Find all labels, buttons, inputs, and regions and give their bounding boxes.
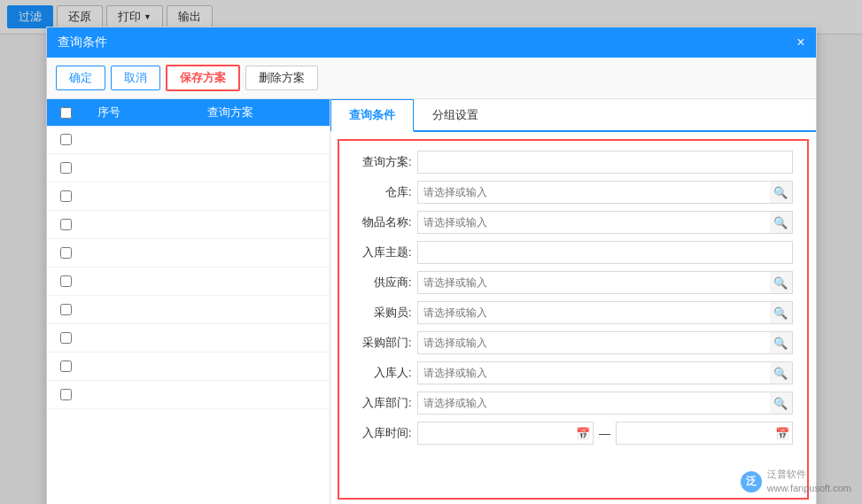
select-all-checkbox[interactable] xyxy=(60,107,72,119)
tabs: 查询条件 分组设置 xyxy=(330,99,816,132)
search-icon-warehouse[interactable]: 🔍 xyxy=(770,181,793,204)
list-item xyxy=(47,381,330,409)
input-wrapper-item-name: 🔍 xyxy=(417,211,793,234)
tab-query[interactable]: 查询条件 xyxy=(330,99,414,132)
row-checkbox[interactable] xyxy=(60,134,72,145)
form-row-inbound-dept: 入库部门: 🔍 xyxy=(353,391,793,415)
label-supplier: 供应商: xyxy=(353,275,417,291)
label-inbound-person: 入库人: xyxy=(353,365,417,381)
input-warehouse[interactable] xyxy=(417,181,793,204)
search-icon-buyer[interactable]: 🔍 xyxy=(770,301,793,324)
row-checkbox[interactable] xyxy=(60,304,72,315)
label-inbound-dept: 入库部门: xyxy=(353,395,417,411)
label-warehouse: 仓库: xyxy=(353,184,417,200)
list-item xyxy=(47,154,330,182)
search-icon-item-name[interactable]: 🔍 xyxy=(770,211,793,234)
list-item xyxy=(47,239,330,268)
list-item xyxy=(47,182,330,211)
search-icon-inbound-dept[interactable]: 🔍 xyxy=(770,392,793,415)
search-icon-dept[interactable]: 🔍 xyxy=(770,331,793,354)
modal-toolbar: 确定 取消 保存方案 删除方案 xyxy=(47,58,816,99)
label-subject: 入库主题: xyxy=(353,244,417,260)
confirm-button[interactable]: 确定 xyxy=(56,66,105,90)
input-wrapper-supplier: 🔍 xyxy=(417,271,793,294)
right-panel: 查询条件 分组设置 查询方案: 仓库: 🔍 xyxy=(330,99,816,504)
input-item-name[interactable] xyxy=(417,211,793,234)
input-wrapper-inbound-person: 🔍 xyxy=(417,361,793,384)
header-checkbox-cell xyxy=(50,107,82,119)
row-checkbox[interactable] xyxy=(60,247,72,259)
list-item xyxy=(47,324,330,353)
input-wrapper-warehouse: 🔍 xyxy=(417,181,793,204)
row-checkbox[interactable] xyxy=(60,190,72,202)
list-item xyxy=(47,353,330,381)
input-dept[interactable] xyxy=(417,331,793,354)
label-item-name: 物品名称: xyxy=(353,214,417,230)
list-item xyxy=(47,211,330,239)
form-row-inbound-person: 入库人: 🔍 xyxy=(353,361,793,385)
input-wrapper-buyer: 🔍 xyxy=(417,301,793,324)
form-row-dept: 采购部门: 🔍 xyxy=(353,330,793,355)
watermark-line2: www.fanpusoft.com xyxy=(767,482,851,495)
delete-scheme-button[interactable]: 删除方案 xyxy=(245,66,318,90)
label-scheme: 查询方案: xyxy=(353,154,417,170)
form-row-warehouse: 仓库: 🔍 xyxy=(353,180,793,205)
list-item xyxy=(47,268,330,296)
row-checkbox[interactable] xyxy=(60,219,72,230)
query-modal: 查询条件 × 确定 取消 保存方案 删除方案 序号 查询方案 xyxy=(46,27,817,504)
date-start-input[interactable] xyxy=(417,422,594,445)
form-row-inbound-time: 入库时间: 📅 — 📅 xyxy=(353,421,793,446)
label-dept: 采购部门: xyxy=(353,335,417,351)
list-item xyxy=(47,296,330,324)
left-panel-rows xyxy=(47,126,330,504)
col-scheme-header: 查询方案 xyxy=(136,105,326,120)
search-icon-supplier[interactable]: 🔍 xyxy=(770,271,793,294)
row-checkbox[interactable] xyxy=(60,332,72,344)
date-end-wrapper: 📅 xyxy=(616,422,793,445)
watermark-text: 泛普软件 www.fanpusoft.com xyxy=(767,468,851,495)
save-scheme-button[interactable]: 保存方案 xyxy=(166,65,240,91)
watermark: 泛 泛普软件 www.fanpusoft.com xyxy=(741,468,851,495)
date-separator: — xyxy=(597,427,612,440)
label-buyer: 采购员: xyxy=(353,305,417,321)
date-end-input[interactable] xyxy=(616,422,793,445)
tab-group[interactable]: 分组设置 xyxy=(414,99,497,132)
label-inbound-time: 入库时间: xyxy=(353,425,417,441)
modal-overlay: 查询条件 × 确定 取消 保存方案 删除方案 序号 查询方案 xyxy=(0,0,862,504)
left-panel: 序号 查询方案 xyxy=(47,99,330,504)
date-range-row: 📅 — 📅 xyxy=(417,422,793,445)
left-panel-header: 序号 查询方案 xyxy=(47,99,330,126)
list-item xyxy=(47,126,330,154)
search-icon-inbound-person[interactable]: 🔍 xyxy=(770,361,793,384)
cancel-button[interactable]: 取消 xyxy=(111,66,160,90)
form-row-item-name: 物品名称: 🔍 xyxy=(353,210,793,235)
input-wrapper-inbound-dept: 🔍 xyxy=(417,392,793,415)
modal-header: 查询条件 × xyxy=(47,27,816,58)
form-row-subject: 入库主题: xyxy=(353,240,793,265)
input-inbound-person[interactable] xyxy=(417,361,793,384)
modal-close-button[interactable]: × xyxy=(796,35,804,50)
input-scheme[interactable] xyxy=(417,151,793,174)
form-row-supplier: 供应商: 🔍 xyxy=(353,270,793,295)
row-checkbox[interactable] xyxy=(60,275,72,287)
modal-body: 序号 查询方案 xyxy=(47,99,816,504)
row-checkbox[interactable] xyxy=(60,361,72,372)
date-start-wrapper: 📅 xyxy=(417,422,594,445)
col-no-header: 序号 xyxy=(82,105,136,120)
input-inbound-dept[interactable] xyxy=(417,392,793,415)
watermark-logo: 泛 xyxy=(741,471,762,492)
input-wrapper-dept: 🔍 xyxy=(417,331,793,354)
form-row-buyer: 采购员: 🔍 xyxy=(353,300,793,325)
form-area: 查询方案: 仓库: 🔍 物品名称: xyxy=(338,139,809,500)
modal-title: 查询条件 xyxy=(58,35,107,50)
row-checkbox[interactable] xyxy=(60,389,72,400)
watermark-line1: 泛普软件 xyxy=(767,468,851,481)
input-subject[interactable] xyxy=(417,241,793,264)
input-buyer[interactable] xyxy=(417,301,793,324)
row-checkbox[interactable] xyxy=(60,162,72,174)
input-supplier[interactable] xyxy=(417,271,793,294)
form-row-scheme: 查询方案: xyxy=(353,150,793,174)
